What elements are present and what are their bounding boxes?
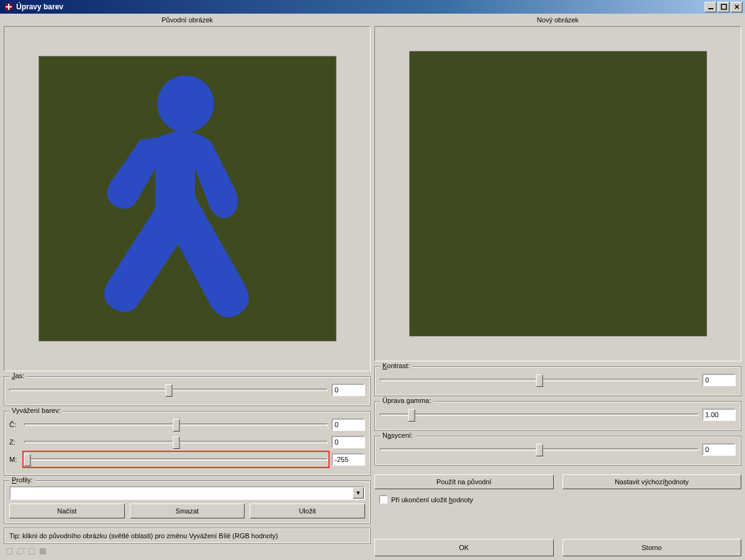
new-image-canvas — [409, 51, 707, 336]
balance-m-slider[interactable] — [24, 453, 328, 466]
saturation-group: Nasycení: 0 — [374, 436, 741, 466]
balance-c-slider[interactable] — [24, 418, 328, 431]
contrast-value[interactable]: 0 — [702, 374, 736, 386]
svg-rect-4 — [721, 4, 726, 9]
contrast-slider[interactable] — [380, 373, 698, 387]
svg-rect-2 — [6, 6, 12, 7]
balance-c-value[interactable]: 0 — [332, 418, 365, 431]
save-on-exit-checkbox[interactable] — [379, 495, 387, 504]
titlebar: Úpravy barev — [0, 0, 745, 14]
apply-button[interactable]: Použít na původní — [374, 474, 554, 489]
save-on-exit-label: Při ukončení uložit hodnoty — [391, 496, 473, 504]
contrast-label: Kontrast: — [382, 362, 410, 369]
original-image-label: Původní obrázek — [4, 16, 371, 24]
balance-z-value[interactable]: 0 — [332, 436, 365, 448]
profile-delete-button[interactable]: Smazat — [130, 504, 245, 518]
brightness-group: Jas: 0 — [4, 376, 371, 406]
profile-load-button[interactable]: Načíst — [9, 504, 125, 518]
balance-m-label: M: — [9, 456, 20, 463]
gamma-label: Úprava gamma: — [382, 397, 431, 404]
status-icon — [16, 548, 25, 554]
brightness-slider[interactable] — [9, 383, 328, 397]
status-strip — [4, 546, 371, 556]
brightness-label: Jas: — [12, 372, 24, 379]
brightness-value[interactable]: 0 — [332, 384, 365, 396]
gamma-value[interactable]: 1.00 — [702, 409, 736, 421]
balance-c-label: Č: — [9, 421, 20, 428]
minimize-button[interactable] — [705, 2, 716, 12]
status-icon — [29, 548, 35, 554]
balance-z-slider[interactable] — [24, 435, 328, 449]
status-icon — [6, 548, 12, 554]
reset-button[interactable]: Nastavit výchozí hodnoty — [562, 474, 742, 489]
color-balance-label: Vyvážení barev: — [9, 407, 63, 414]
gamma-group: Úprava gamma: 1.00 — [374, 401, 741, 431]
window-title: Úpravy barev — [16, 2, 705, 11]
profiles-selected — [11, 487, 353, 499]
profiles-group: Profily: ▼ Načíst Smazat Uložit — [4, 481, 371, 524]
status-icon — [40, 548, 46, 554]
close-button[interactable] — [731, 2, 743, 12]
tip-text: Tip: klikni do původního obrázku (světlé… — [4, 528, 371, 544]
window-buttons — [705, 2, 744, 12]
new-image-frame — [374, 26, 741, 361]
app-icon — [4, 2, 14, 12]
gamma-slider[interactable] — [380, 408, 698, 422]
balance-m-value[interactable]: -255 — [332, 453, 365, 466]
saturation-slider[interactable] — [380, 443, 698, 456]
dropdown-arrow-icon[interactable]: ▼ — [353, 487, 364, 499]
cancel-button[interactable]: Storno — [562, 539, 742, 556]
ok-button[interactable]: OK — [374, 539, 554, 556]
saturation-label: Nasycení: — [382, 431, 413, 439]
color-balance-group: Vyvážení barev: Č: 0 Z: 0 M: — [4, 411, 371, 476]
svg-point-7 — [157, 76, 214, 133]
profile-save-button[interactable]: Uložit — [250, 504, 365, 518]
balance-z-label: Z: — [9, 438, 20, 446]
original-image-frame — [4, 26, 371, 371]
profiles-dropdown[interactable]: ▼ — [9, 486, 365, 500]
saturation-value[interactable]: 0 — [702, 443, 736, 456]
svg-rect-3 — [708, 8, 713, 9]
contrast-group: Kontrast: 0 — [374, 366, 741, 396]
maximize-button[interactable] — [718, 2, 729, 12]
profiles-label: Profily: — [12, 476, 33, 484]
new-image-label: Nový obrázek — [374, 16, 741, 24]
original-image-canvas[interactable] — [38, 56, 336, 341]
